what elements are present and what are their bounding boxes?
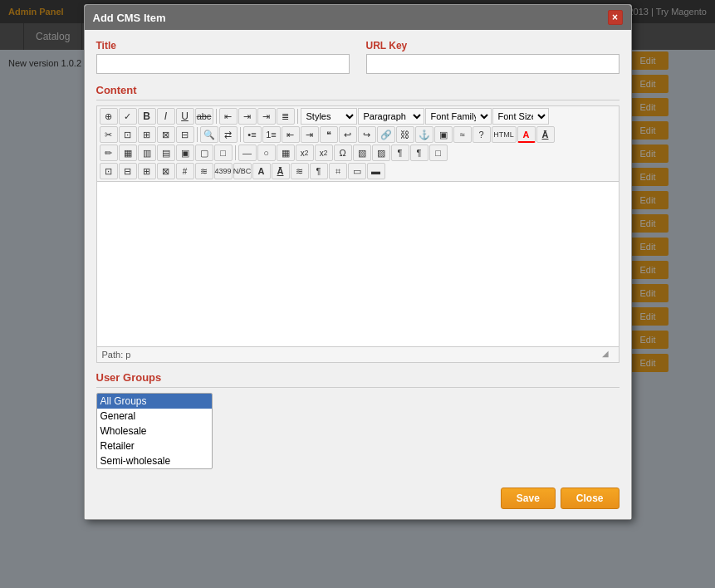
toolbar-separator-3	[197, 127, 198, 142]
toolbar-separator-5	[235, 145, 236, 160]
modal-body: Title URL Key Content ⊕ ✓ B I U	[85, 30, 631, 479]
copy-button[interactable]: ⊡	[119, 126, 137, 143]
url-key-label: URL Key	[366, 40, 620, 51]
toolbar-row-4: ⊡ ⊟ ⊞ ⊠ # ≋ 4399 N/BC A Ā ≋ ¶ ⌗ ▭ ▬	[100, 163, 616, 179]
editor-content-area[interactable]	[96, 181, 620, 347]
r4-5-button[interactable]: #	[176, 163, 194, 179]
align-left-button[interactable]: ⇤	[219, 108, 238, 125]
subscript-button[interactable]: x2	[296, 145, 314, 161]
r4-13-button[interactable]: ⌗	[329, 163, 347, 179]
r4-14-button[interactable]: ▭	[348, 163, 366, 179]
r4-9-button[interactable]: A	[252, 163, 271, 179]
undo-button[interactable]: ↩	[339, 126, 357, 143]
font-size-select[interactable]: Font Size	[492, 108, 549, 125]
url-key-field: URL Key	[366, 40, 620, 74]
t8-button[interactable]: ○	[257, 145, 276, 161]
r4-2-button[interactable]: ⊟	[119, 163, 137, 179]
title-label: Title	[96, 40, 350, 51]
r4-6-button[interactable]: ≋	[195, 163, 213, 179]
outdent-button[interactable]: ⇤	[282, 126, 300, 143]
t4-button[interactable]: ▣	[176, 145, 194, 161]
r4-10-button[interactable]: Ā	[272, 163, 290, 179]
t11-button[interactable]: ¶	[410, 145, 429, 161]
bg-color-button[interactable]: Ā	[536, 126, 555, 143]
text-color-button[interactable]: A	[517, 126, 536, 143]
link-button[interactable]: 🔗	[377, 126, 395, 143]
html-button[interactable]: HTML	[492, 126, 517, 143]
user-groups-select[interactable]: All Groups General Wholesale Retailer Se…	[96, 393, 213, 469]
r4-3-button[interactable]: ⊞	[138, 163, 156, 179]
blockquote-button[interactable]: ❝	[320, 126, 338, 143]
redo-button[interactable]: ↪	[358, 126, 376, 143]
table-button[interactable]: ▦	[277, 145, 295, 161]
align-right-button[interactable]: ⇥	[257, 108, 276, 125]
t7-button[interactable]: —	[238, 145, 257, 161]
close-button[interactable]: Close	[561, 488, 620, 509]
unlink-button[interactable]: ⛓	[396, 126, 414, 143]
editor-path-text: Path: p	[102, 350, 131, 360]
help-button[interactable]: ?	[473, 126, 491, 143]
spellcheck-button[interactable]: ⊕	[100, 108, 118, 125]
bullet-list-button[interactable]: •≡	[243, 126, 262, 143]
group-option-general[interactable]: General	[97, 409, 212, 424]
toolbar-separator-2	[297, 109, 298, 124]
editor-path-bar: Path: p ◢	[96, 347, 620, 363]
title-urlkey-row: Title URL Key	[96, 40, 620, 74]
styles-select[interactable]: Styles	[301, 108, 357, 125]
superscript-button[interactable]: x2	[315, 145, 333, 161]
strikethrough-button[interactable]: abc	[195, 108, 213, 125]
align-justify-button[interactable]: ≣	[277, 108, 295, 125]
indent-button[interactable]: ⇥	[301, 126, 319, 143]
t2-button[interactable]: ▥	[138, 145, 156, 161]
toolbar-row-1: ⊕ ✓ B I U abc ⇤ ⇥ ⇥ ≣ Styles Pa	[100, 108, 616, 125]
edit3-button[interactable]: ✏	[100, 145, 118, 161]
anchor-button[interactable]: ⚓	[415, 126, 433, 143]
group-option-wholesale[interactable]: Wholesale	[97, 424, 212, 439]
replace-button[interactable]: ⇄	[219, 126, 238, 143]
r4-4-button[interactable]: ⊠	[157, 163, 175, 179]
t10-button[interactable]: ▨	[372, 145, 390, 161]
numbered-list-button[interactable]: 1≡	[262, 126, 281, 143]
paste-special-button[interactable]: ⊠	[157, 126, 175, 143]
t1-button[interactable]: ▦	[119, 145, 137, 161]
nbsp-button[interactable]: □	[429, 145, 448, 161]
save-button[interactable]: Save	[501, 488, 556, 509]
paragraph-select[interactable]: Paragraph	[358, 108, 424, 125]
url-key-input[interactable]	[366, 54, 620, 74]
spellcheck2-button[interactable]: ✓	[119, 108, 137, 125]
group-option-all[interactable]: All Groups	[97, 394, 212, 409]
r4-8-button[interactable]: N/BC	[233, 163, 252, 179]
t9-button[interactable]: ▧	[353, 145, 371, 161]
group-option-retailer[interactable]: Retailer	[97, 439, 212, 453]
title-field: Title	[96, 40, 350, 74]
font-family-select[interactable]: Font Family	[425, 108, 492, 125]
group-option-semiwholesale[interactable]: Semi-wholesale	[97, 453, 212, 468]
r4-1-button[interactable]: ⊡	[100, 163, 118, 179]
t3-button[interactable]: ▤	[157, 145, 175, 161]
r4-12-button[interactable]: ¶	[310, 163, 328, 179]
special-chars-button[interactable]: Ω	[334, 145, 352, 161]
image-button[interactable]: ▣	[434, 126, 453, 143]
editor-resize-handle[interactable]: ◢	[602, 349, 614, 360]
align-center-button[interactable]: ⇥	[238, 108, 257, 125]
title-input[interactable]	[96, 54, 350, 74]
italic-button[interactable]: I	[157, 108, 175, 125]
toolbar-row-3: ✏ ▦ ▥ ▤ ▣ ▢ □ — ○ ▦ x2 x2 Ω ▧ ▨ ¶	[100, 145, 616, 161]
find-button[interactable]: 🔍	[200, 126, 218, 143]
modal-close-button[interactable]: ×	[608, 10, 623, 25]
toolbar-separator-4	[240, 127, 241, 142]
r4-11-button[interactable]: ≋	[291, 163, 309, 179]
underline-button[interactable]: U	[176, 108, 194, 125]
t6-button[interactable]: □	[214, 145, 233, 161]
r4-7-button[interactable]: 4399	[214, 163, 233, 179]
paste-button[interactable]: ⊞	[138, 126, 156, 143]
pilcrow-button[interactable]: ¶	[391, 145, 409, 161]
toolbar-row-2: ✂ ⊡ ⊞ ⊠ ⊟ 🔍 ⇄ •≡ 1≡ ⇤ ⇥ ❝ ↩ ↪ 🔗	[100, 126, 616, 143]
r4-15-button[interactable]: ▬	[367, 163, 385, 179]
cut-button[interactable]: ✂	[100, 126, 118, 143]
toolbar-separator-1	[216, 109, 217, 124]
paste-text-button[interactable]: ⊟	[176, 126, 194, 143]
cleanup-button[interactable]: ≈	[453, 126, 472, 143]
bold-button[interactable]: B	[138, 108, 156, 125]
t5-button[interactable]: ▢	[195, 145, 213, 161]
